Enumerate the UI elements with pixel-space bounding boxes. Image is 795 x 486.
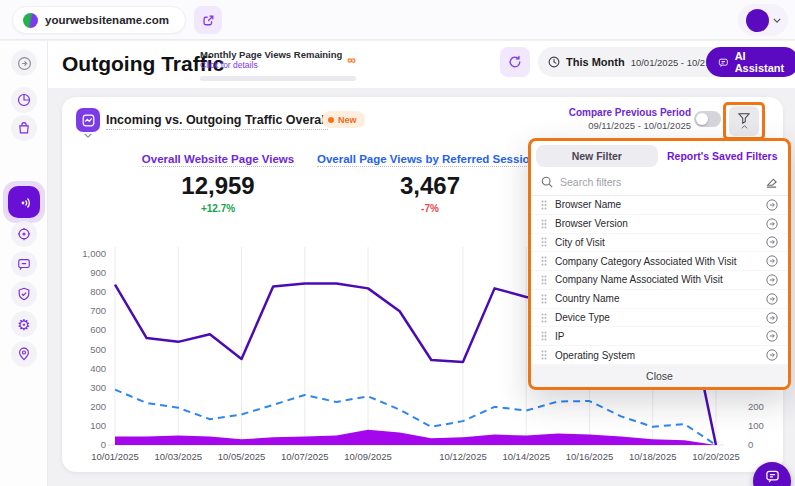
compare-previous-period: Compare Previous Period 09/11/2025 - 10/… (569, 107, 691, 131)
monthly-pageviews-label: Monthly Page Views Remaining (200, 49, 356, 60)
filter-item-city-of-visit[interactable]: City of Visit (531, 234, 788, 253)
svg-text:10/18/2025: 10/18/2025 (629, 451, 677, 462)
close-button[interactable]: Close (531, 365, 788, 387)
sidebar-item-security[interactable] (11, 281, 37, 307)
drag-handle-icon[interactable] (541, 237, 547, 247)
svg-text:900: 900 (90, 267, 106, 278)
drag-handle-icon[interactable] (541, 200, 547, 210)
filter-item-country-name[interactable]: Country Name (531, 290, 788, 309)
drag-handle-icon[interactable] (541, 275, 547, 285)
compare-range: 09/11/2025 - 10/01/2025 (569, 120, 691, 131)
arrow-right-circle-icon[interactable] (766, 312, 778, 324)
svg-text:0: 0 (748, 439, 753, 450)
filter-button[interactable] (729, 106, 759, 136)
target-icon (17, 227, 31, 241)
filter-panel: New Filter Report's Saved Filters Browse… (528, 138, 791, 390)
chat-bubble-icon (765, 469, 780, 484)
compare-toggle[interactable] (694, 111, 721, 127)
eraser-icon[interactable] (765, 176, 778, 188)
filter-item-operating-system[interactable]: Operating System (531, 346, 788, 365)
filter-item-company-category[interactable]: Company Category Associated With Visit (531, 252, 788, 271)
site-name: yourwebsitename.com (45, 14, 169, 26)
chat-fab-button[interactable] (753, 462, 791, 486)
clock-icon (548, 56, 560, 68)
sidebar-item-targeting[interactable] (11, 221, 37, 247)
badge-dot (328, 117, 334, 123)
stat-delta: -7% (310, 203, 550, 214)
svg-text:10/03/2025: 10/03/2025 (154, 451, 202, 462)
arrow-right-circle-icon[interactable] (766, 218, 778, 230)
line-chart-icon (82, 114, 95, 127)
collapse-icon (17, 56, 32, 71)
svg-text:1,000: 1,000 (82, 248, 106, 259)
filter-item-browser-name[interactable]: Browser Name (531, 196, 788, 215)
sidebar-item-analytics[interactable] (11, 87, 37, 113)
sidebar-item-settings[interactable]: ⚙ (11, 311, 37, 337)
monthly-details-link[interactable]: Click for details (200, 60, 356, 70)
search-icon (541, 176, 553, 188)
svg-text:800: 800 (90, 286, 106, 297)
sidebar-item-commerce[interactable] (11, 115, 37, 141)
search-input[interactable] (560, 176, 758, 188)
sidebar-item-locations[interactable] (11, 341, 37, 367)
stat-referred-sessions: Overall Page Views by Referred Sessions … (310, 149, 550, 214)
arrow-right-circle-icon[interactable] (766, 293, 778, 305)
page-header: Outgoing Traffic Monthly Page Views Rema… (48, 41, 795, 88)
refresh-button[interactable] (500, 47, 530, 77)
arrow-right-circle-icon[interactable] (766, 349, 778, 361)
svg-text:10/12/2025: 10/12/2025 (439, 451, 487, 462)
drag-handle-icon[interactable] (541, 256, 547, 266)
monthly-progress-bar (200, 76, 356, 81)
drag-handle-icon[interactable] (541, 219, 547, 229)
widget-icon[interactable] (76, 108, 100, 132)
filter-item-ip[interactable]: IP (531, 327, 788, 346)
map-pin-icon (17, 347, 31, 361)
drag-handle-icon[interactable] (541, 294, 547, 304)
site-selector[interactable]: yourwebsitename.com (12, 6, 186, 34)
svg-text:300: 300 (90, 382, 106, 393)
user-menu[interactable] (738, 4, 788, 36)
card-title: Incoming vs. Outgoing Traffic Overall (106, 113, 328, 130)
chevron-down-icon[interactable] (84, 133, 92, 138)
arrow-right-circle-icon[interactable] (766, 255, 778, 267)
drag-handle-icon[interactable] (541, 331, 547, 341)
svg-text:100: 100 (90, 420, 106, 431)
chevron-down-icon (773, 18, 781, 23)
funnel-icon (738, 113, 750, 124)
stat-page-views: Overall Website Page Views 12,959 +12.7% (98, 149, 338, 214)
arrow-right-circle-icon[interactable] (766, 199, 778, 211)
sidebar-item-outgoing-traffic-active[interactable] (3, 181, 45, 223)
open-site-button[interactable] (194, 6, 222, 34)
filter-button-highlight (723, 102, 765, 140)
svg-text:10/09/2025: 10/09/2025 (344, 451, 392, 462)
sidebar-collapse-button[interactable] (11, 50, 37, 76)
stat-value: 3,467 (310, 172, 550, 200)
stat-delta: +12.7% (98, 203, 338, 214)
svg-text:100: 100 (748, 420, 764, 431)
arrow-right-circle-icon[interactable] (766, 330, 778, 342)
filter-item-device-type[interactable]: Device Type (531, 309, 788, 328)
filter-item-company-name[interactable]: Company Name Associated With Visit (531, 271, 788, 290)
drag-handle-icon[interactable] (541, 350, 547, 360)
chat-icon (17, 257, 31, 271)
ai-assistant-label: AI Assistant (735, 50, 787, 74)
arrow-right-circle-icon[interactable] (766, 236, 778, 248)
tab-saved-filters[interactable]: Report's Saved Filters (662, 145, 784, 167)
tab-new-filter[interactable]: New Filter (536, 145, 658, 167)
svg-text:10/01/2025: 10/01/2025 (91, 451, 139, 462)
sidebar-item-messages[interactable] (11, 251, 37, 277)
site-favicon (23, 13, 38, 28)
shopping-bag-icon (17, 121, 31, 135)
svg-text:400: 400 (90, 363, 106, 374)
filter-item-browser-version[interactable]: Browser Version (531, 215, 788, 234)
ai-assistant-button[interactable]: AI Assistant (706, 47, 795, 77)
svg-text:500: 500 (90, 344, 106, 355)
sidebar: ⚙ (0, 41, 48, 486)
monthly-remaining-value: ∞ (347, 53, 356, 67)
drag-handle-icon[interactable] (541, 313, 547, 323)
arrow-right-circle-icon[interactable] (766, 274, 778, 286)
filter-tabs: New Filter Report's Saved Filters (531, 141, 788, 170)
refresh-icon (508, 55, 522, 69)
svg-text:10/16/2025: 10/16/2025 (566, 451, 614, 462)
svg-text:700: 700 (90, 305, 106, 316)
